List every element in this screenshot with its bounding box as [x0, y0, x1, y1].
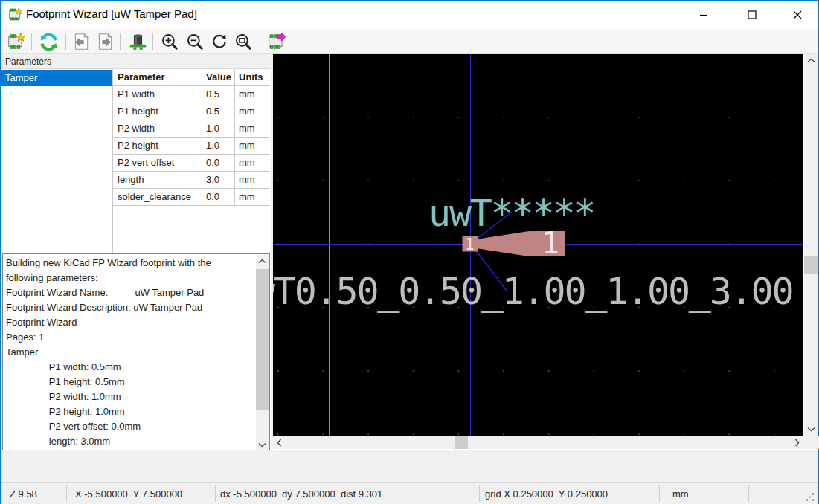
previous-page-button[interactable] [71, 31, 91, 52]
redraw-view-button[interactable] [209, 31, 230, 52]
param-units: mm [235, 138, 269, 154]
statusbar-divider [479, 485, 480, 502]
log-scroll-up-button[interactable] [256, 255, 269, 268]
redraw-view-icon [210, 32, 229, 51]
toolbar-separator [152, 33, 153, 50]
toolbar [1, 29, 818, 54]
regenerate-button[interactable] [38, 31, 59, 52]
export-footprint-icon [267, 32, 286, 51]
resize-grip[interactable] [805, 492, 815, 502]
footprint-preview-drawing: 1 1 uwT***** uwT0.50_0.50_1.00_1.00_3.00 [273, 54, 803, 436]
select-wizard-button[interactable] [6, 31, 27, 52]
param-value[interactable]: 0.0 [202, 155, 235, 171]
next-page-button[interactable] [94, 31, 115, 52]
titlebar: Footprint Wizard [uW Tamper Pad] [1, 1, 818, 29]
parameter-table: Parameter Value Units P1 width 0.5 mm P1… [112, 69, 270, 253]
param-value[interactable]: 0.5 [202, 103, 235, 120]
param-value[interactable]: 1.0 [202, 120, 235, 137]
table-row: P2 width 1.0 mm [113, 120, 270, 138]
scrollbar-corner [803, 436, 819, 449]
param-value[interactable]: 0.5 [202, 86, 235, 103]
parameters-panel-header: Parameters [1, 54, 271, 69]
cursor-position: X -5.500000 Y 7.500000 [75, 488, 182, 500]
footprint-preview-canvas[interactable]: 1 1 uwT***** uwT0.50_0.50_1.00_1.00_3.00 [273, 54, 803, 436]
relative-position: dx -5.500000 dy 7.500000 dist 9.301 [220, 488, 382, 500]
table-row: length 3.0 mm [113, 172, 270, 189]
zoom-fit-button[interactable] [233, 31, 254, 52]
column-header-value: Value [202, 69, 235, 85]
canvas-horizontal-scrollbar[interactable] [273, 436, 803, 449]
param-value[interactable]: 0.0 [202, 189, 235, 205]
zoom-in-icon [160, 32, 179, 51]
param-units: mm [235, 189, 269, 205]
footprint-wizard-window: Footprint Wizard [uW Tamper Pad] [0, 0, 819, 504]
column-header-parameter: Parameter [113, 69, 202, 85]
table-row: P2 vert offset 0.0 mm [113, 155, 270, 172]
pad1-number-label: 1 [465, 236, 475, 253]
page-list-item-tamper[interactable]: Tamper [1, 70, 112, 86]
param-units: mm [235, 155, 269, 171]
minimize-button[interactable] [687, 1, 721, 29]
param-units: mm [235, 120, 269, 137]
zoom-out-button[interactable] [184, 31, 205, 52]
grid-setting: grid X 0.250000 Y 0.250000 [485, 488, 608, 500]
chevron-down-icon [258, 442, 266, 448]
statusbar-divider [748, 485, 749, 502]
footprint-info-bar: uwT***** uwT0.50_0.50_1.00_1.00_3.00 Las… [1, 450, 818, 482]
chevron-down-icon [807, 427, 815, 432]
export-footprint-button[interactable] [266, 31, 287, 52]
footprint-reference-text: uwT***** [428, 192, 594, 235]
param-value[interactable]: 3.0 [202, 172, 235, 188]
canvas-horizontal-scrollbar-thumb[interactable] [455, 436, 468, 449]
canvas-scroll-left-button[interactable] [273, 436, 286, 449]
next-page-icon [95, 32, 115, 51]
select-wizard-icon [7, 32, 26, 51]
param-name: P2 width [113, 120, 202, 137]
status-bar: Z 9.58 X -5.500000 Y 7.500000 dx -5.5000… [1, 482, 818, 504]
toolbar-separator [260, 33, 260, 50]
statusbar-divider [659, 485, 660, 502]
wizard-message-text: Building new KiCad FP Wizard footprint w… [6, 256, 254, 449]
toolbar-separator [31, 33, 32, 50]
column-header-units: Units [235, 69, 269, 85]
zoom-in-button[interactable] [159, 31, 180, 52]
log-scrollbar-thumb[interactable] [256, 269, 269, 410]
canvas-scroll-up-button[interactable] [804, 54, 818, 67]
wizard-message-box: Building new KiCad FP Wizard footprint w… [2, 253, 270, 453]
table-row: solder_clearance 0.0 mm [113, 189, 270, 206]
chevron-up-icon [258, 259, 266, 264]
param-value[interactable]: 1.0 [202, 138, 235, 154]
close-button[interactable] [780, 1, 815, 29]
param-units: mm [235, 86, 269, 103]
canvas-scroll-right-button[interactable] [791, 436, 803, 449]
table-row: P1 width 0.5 mm [113, 86, 270, 103]
zoom-level: Z 9.58 [10, 488, 37, 500]
canvas-scroll-down-button[interactable] [804, 423, 818, 436]
toolbar-separator [120, 33, 121, 50]
statusbar-divider [66, 485, 67, 502]
statusbar-divider [215, 485, 216, 502]
minimize-icon [699, 10, 708, 19]
table-row: P2 height 1.0 mm [113, 138, 270, 155]
canvas-vertical-scrollbar[interactable] [804, 54, 818, 436]
toolbar-separator [65, 33, 66, 50]
param-name: solder_clearance [113, 189, 202, 205]
regenerate-icon [39, 32, 59, 52]
param-units: mm [235, 172, 269, 188]
canvas-vertical-scrollbar-thumb[interactable] [804, 256, 818, 274]
param-name: P1 height [113, 103, 202, 120]
log-scrollbar[interactable] [256, 255, 269, 451]
show-pads-button[interactable] [127, 31, 148, 52]
param-name: P2 vert offset [113, 155, 202, 171]
app-icon [7, 7, 23, 22]
window-title: Footprint Wizard [uW Tamper Pad] [26, 7, 197, 20]
chevron-right-icon [794, 439, 800, 447]
param-units: mm [235, 103, 269, 120]
parameter-table-header-row: Parameter Value Units [113, 69, 270, 86]
zoom-fit-icon [234, 32, 253, 51]
previous-page-icon [71, 32, 91, 51]
param-name: P1 width [113, 86, 202, 103]
maximize-button[interactable] [735, 1, 769, 29]
show-pads-icon [128, 32, 148, 52]
zoom-out-icon [185, 32, 205, 51]
